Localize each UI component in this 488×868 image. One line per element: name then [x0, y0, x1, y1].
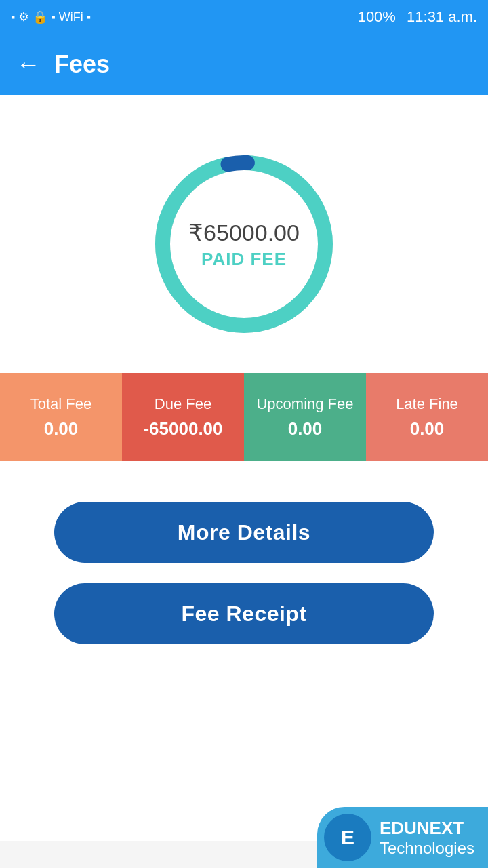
upcoming-fee-value: 0.00 [288, 418, 323, 439]
signal-icon: ▪ [87, 10, 91, 24]
toolbar: ← Fees [0, 34, 488, 95]
brand-name: EDUNEXT [380, 818, 474, 839]
status-bar-right: 100% 11:31 a.m. [358, 8, 477, 26]
upcoming-fee-label: Upcoming Fee [256, 395, 353, 413]
brand-logo-icon: E [324, 814, 371, 861]
paid-label: PAID FEE [188, 249, 300, 270]
status-icons: ▪ ⚙ 🔒 ▪ WiFi ▪ [11, 9, 91, 24]
fee-receipt-button[interactable]: Fee Receipt [54, 583, 434, 644]
back-button[interactable]: ← [16, 52, 41, 77]
footer-brand: E EDUNEXT Technologies [317, 807, 488, 868]
usb-icon: ⚙ [18, 9, 29, 24]
fee-card-due: Due Fee -65000.00 [122, 373, 244, 461]
button-container: More Details Fee Receipt [0, 461, 488, 685]
main-content: ₹65000.00 PAID FEE Total Fee 0.00 Due Fe… [0, 95, 488, 841]
brand-logo-symbol: E [341, 826, 354, 849]
late-fine-label: Late Fine [396, 395, 458, 413]
due-fee-value: -65000.00 [143, 418, 222, 439]
battery-text: 100% [358, 8, 396, 25]
total-fee-value: 0.00 [44, 418, 79, 439]
brand-text-block: EDUNEXT Technologies [380, 818, 474, 858]
total-fee-label: Total Fee [30, 395, 92, 413]
donut-center-text: ₹65000.00 PAID FEE [188, 219, 300, 270]
page-title: Fees [54, 50, 110, 79]
fee-card-upcoming: Upcoming Fee 0.00 [244, 373, 366, 461]
due-fee-label: Due Fee [155, 395, 211, 413]
brand-subtitle: Technologies [380, 839, 474, 858]
chart-container: ₹65000.00 PAID FEE [0, 122, 488, 373]
time-text: 11:31 a.m. [407, 8, 477, 25]
status-bar: ▪ ⚙ 🔒 ▪ WiFi ▪ 100% 11:31 a.m. [0, 0, 488, 34]
donut-chart: ₹65000.00 PAID FEE [142, 142, 346, 346]
fee-card-late: Late Fine 0.00 [366, 373, 488, 461]
wifi-icon: WiFi [59, 10, 83, 24]
sd-icon: ▪ [51, 10, 55, 24]
paid-amount: ₹65000.00 [188, 219, 300, 246]
notifications-icon: ▪ [11, 10, 15, 24]
lock-icon: 🔒 [33, 9, 47, 24]
more-details-button[interactable]: More Details [54, 502, 434, 563]
fee-summary-row: Total Fee 0.00 Due Fee -65000.00 Upcomin… [0, 373, 488, 461]
fee-card-total: Total Fee 0.00 [0, 373, 122, 461]
late-fine-value: 0.00 [410, 418, 445, 439]
